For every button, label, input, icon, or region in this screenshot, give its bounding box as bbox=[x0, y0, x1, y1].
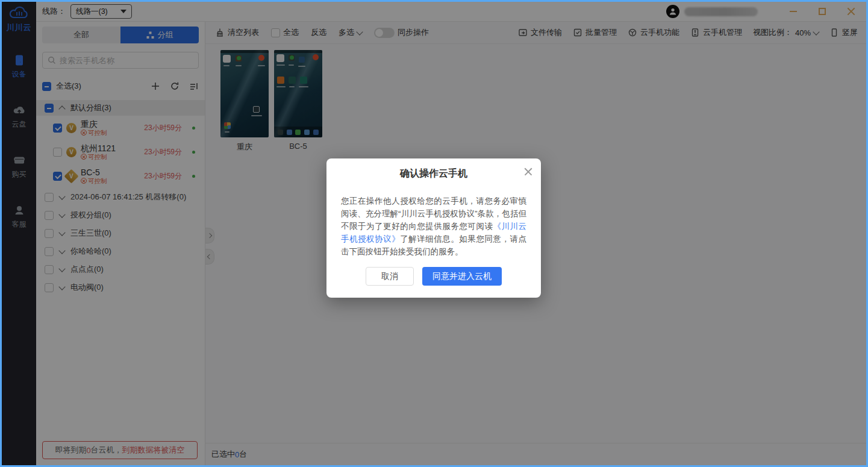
confirm-button[interactable]: 同意并进入云机 bbox=[422, 267, 502, 286]
modal-title: 确认操作云手机 bbox=[341, 168, 526, 180]
confirm-modal: 确认操作云手机 您正在操作他人授权给您的云手机，请您务必审慎阅读、充分理解“川川… bbox=[326, 158, 541, 298]
cancel-button[interactable]: 取消 bbox=[366, 267, 414, 286]
modal-buttons: 取消 同意并进入云机 bbox=[341, 267, 526, 286]
close-icon[interactable] bbox=[524, 168, 532, 176]
modal-body: 您正在操作他人授权给您的云手机，请您务必审慎阅读、充分理解“川川云手机授权协议”… bbox=[341, 195, 526, 258]
